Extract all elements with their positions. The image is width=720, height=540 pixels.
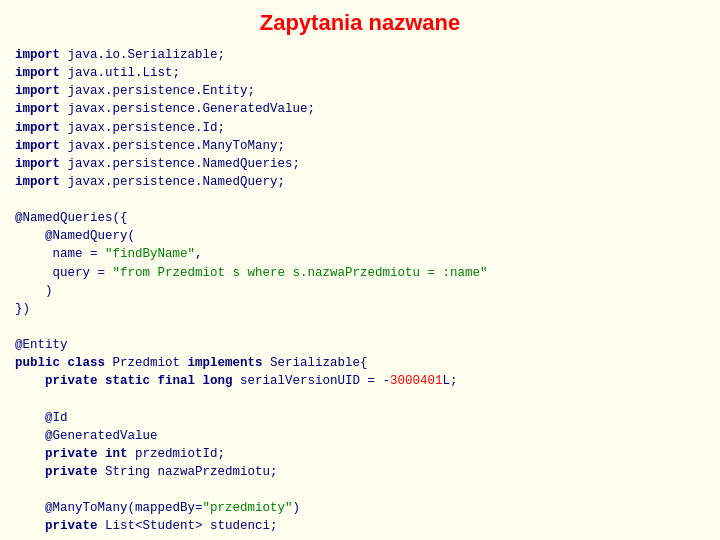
page-title: Zapytania nazwane xyxy=(15,10,705,36)
page: Zapytania nazwane import java.io.Seriali… xyxy=(0,0,720,540)
code-block: import java.io.Serializable; import java… xyxy=(15,46,705,540)
